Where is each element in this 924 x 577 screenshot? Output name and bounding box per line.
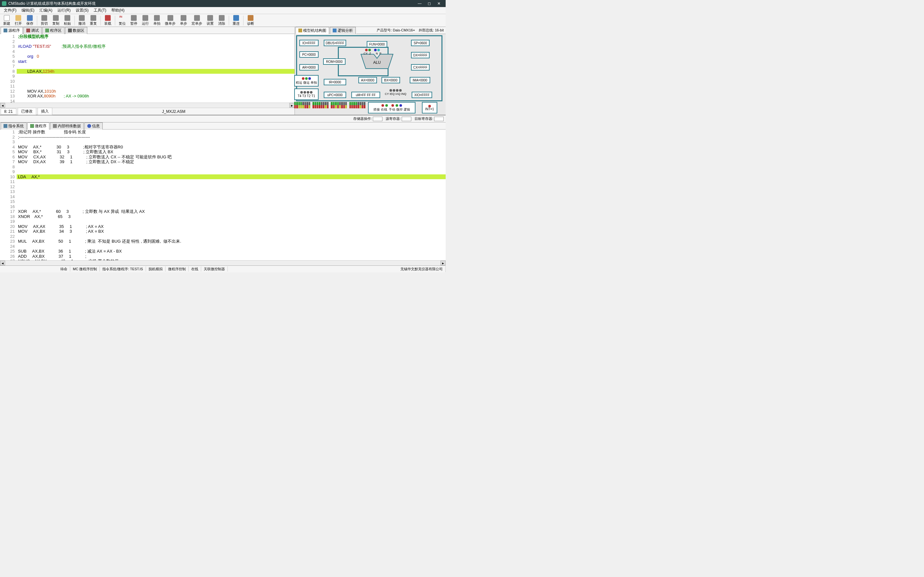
- reconnect-button[interactable]: 重连: [231, 15, 242, 26]
- instruction-system-editor[interactable]: 1234567891011121314151617181920212223242…: [0, 129, 446, 260]
- clear-icon: [219, 15, 225, 21]
- install-button[interactable]: 装载: [102, 15, 113, 26]
- menubar: 文件(F)编辑(E)汇编(A)运行(R)设置(S)工具(T)帮助(H): [0, 7, 446, 14]
- tab-微程序[interactable]: 微程序: [27, 122, 49, 129]
- install-icon: [105, 15, 111, 21]
- menu-文件(F)[interactable]: 文件(F): [1, 7, 19, 14]
- status-指令系统/微程序: TEST.IS: 指令系统/微程序: TEST.IS: [100, 266, 146, 271]
- new-icon: [4, 15, 10, 21]
- app-title: CMStudio 计算机组成原理与体系结构集成开发环境: [8, 1, 95, 6]
- editor-statusbar: 8: 21 已修改 插入 J_MXJ2.ASM: [0, 108, 294, 115]
- data-icon: [68, 29, 72, 32]
- cut-button[interactable]: 剪切: [39, 15, 50, 26]
- fun-register: FUN=0000: [367, 41, 387, 47]
- settings-button[interactable]: 设置: [205, 15, 216, 26]
- reset-icon: IN: [120, 15, 125, 21]
- settings-icon: [207, 15, 213, 21]
- run-icon: [142, 15, 148, 21]
- horizontal-scrollbar[interactable]: ◂ ▸: [0, 103, 294, 108]
- mem-op-field[interactable]: [373, 117, 383, 121]
- open-icon: [15, 15, 21, 21]
- status-待命: 待命: [58, 266, 70, 271]
- tab-源程序[interactable]: 源程序: [1, 27, 23, 34]
- microstep-icon: [168, 15, 173, 21]
- maximize-button[interactable]: ◻: [425, 1, 434, 6]
- lower-scrollbar[interactable]: ◂ ▸: [0, 260, 446, 266]
- diag-button[interactable]: 诊断: [245, 15, 256, 26]
- menu-设置(S)[interactable]: 设置(S): [73, 7, 91, 14]
- scroll-left-icon[interactable]: ◂: [0, 261, 5, 266]
- ar-register: AR=0000: [299, 64, 318, 71]
- menu-帮助(H)[interactable]: 帮助(H): [109, 7, 127, 14]
- flags-cyznp: CY Z N P: [353, 49, 392, 55]
- svg-text:ALU: ALU: [373, 60, 381, 65]
- src-reg-field[interactable]: [402, 117, 411, 121]
- scroll-right-icon[interactable]: ▸: [441, 261, 446, 266]
- run-mode-indicators: 程运 微运 单拍: [294, 75, 318, 87]
- open-button[interactable]: 打开: [13, 15, 24, 26]
- machine-structure-diagram: IO=FFFF DBUS=FFFF FUN=0000 SP=0600 PC=00…: [295, 34, 446, 115]
- tab-调试[interactable]: 调试: [23, 27, 42, 34]
- led-bar: [294, 102, 367, 108]
- clear-button[interactable]: 清除: [216, 15, 227, 26]
- tab-信息[interactable]: 信息: [84, 122, 103, 129]
- menu-汇编(A)[interactable]: 汇编(A): [37, 7, 55, 14]
- scroll-right-icon[interactable]: ▸: [289, 103, 294, 108]
- company-name: 无锡华文默克仪器有限公司: [398, 266, 446, 272]
- micro-icon: [30, 124, 34, 128]
- modified-indicator: 已修改: [18, 108, 36, 115]
- pause-button[interactable]: 暂停: [128, 15, 139, 26]
- copy-button[interactable]: 复制: [50, 15, 61, 26]
- source-editor[interactable]: 123456789101112131415 ;分段模型机程序 #LOAD "TE…: [0, 34, 294, 103]
- tab-逻辑分析[interactable]: 逻辑分析: [330, 27, 356, 34]
- prog-icon: [45, 29, 49, 32]
- menu-编辑(E)[interactable]: 编辑(E): [19, 7, 37, 14]
- reset-button[interactable]: IN复位: [117, 15, 128, 26]
- redo-button[interactable]: 重复: [88, 15, 99, 26]
- cut-icon: [41, 15, 47, 21]
- status-在线: 在线: [189, 266, 201, 271]
- upper-left-tabs: 源程序调试程序区数据区: [0, 27, 294, 34]
- paste-button[interactable]: 粘贴: [62, 15, 73, 26]
- status-关联微控制器: 关联微控制器: [201, 266, 228, 271]
- save-button[interactable]: 保存: [24, 15, 35, 26]
- scroll-left-icon[interactable]: ◂: [0, 103, 5, 108]
- bus-width: 外部总线: 16-bit: [417, 27, 446, 33]
- register-control-bar: 存储器操作: 源寄存器: 目标寄存器:: [0, 115, 446, 122]
- run-button[interactable]: 运行: [140, 15, 151, 26]
- macrostep-icon: [194, 15, 200, 21]
- tab-内部特殊数据[interactable]: 内部特殊数据: [50, 122, 84, 129]
- control-mode-indicators: 搭接 在线 手动 微控 逻辑: [368, 102, 415, 113]
- new-button[interactable]: 新建: [1, 15, 12, 26]
- dst-reg-field[interactable]: [434, 117, 444, 121]
- menu-工具(T)[interactable]: 工具(T): [91, 7, 109, 14]
- src-icon: [3, 29, 7, 32]
- flags-cy-ieq: CY IEQ IAQ INQ: [382, 89, 409, 95]
- microstep-button[interactable]: 微单步: [163, 15, 178, 26]
- macrostep-button[interactable]: 宏单步: [190, 15, 204, 26]
- app-icon: [2, 1, 6, 6]
- tab-指令系统[interactable]: 指令系统: [1, 122, 27, 129]
- tab-程序区[interactable]: 程序区: [42, 27, 65, 34]
- footer-statusbar: 待命MC 微程序控制指令系统/微程序: TEST.IS脱机模拟微程序控制在线关联…: [0, 266, 446, 272]
- undo-button[interactable]: 撤消: [76, 15, 87, 26]
- logic-icon: [333, 29, 336, 32]
- singlestep-button[interactable]: 单步: [178, 15, 189, 26]
- bx-register: BX=0000: [381, 77, 400, 83]
- status-脱机模拟: 脱机模拟: [146, 266, 166, 271]
- dst-reg-label: 目标寄存器:: [415, 116, 433, 121]
- minimize-button[interactable]: —: [415, 1, 425, 6]
- reconnect-icon: [233, 15, 239, 21]
- ima-register: IMA=0000: [410, 77, 430, 83]
- menu-运行(R)[interactable]: 运行(R): [55, 7, 73, 14]
- close-button[interactable]: ✕: [434, 1, 444, 6]
- insert-mode: 插入: [37, 108, 52, 115]
- lower-tabs: 指令系统微程序内部特殊数据信息: [0, 122, 446, 129]
- step-button[interactable]: 单拍: [152, 15, 162, 26]
- src-reg-label: 源寄存器:: [386, 116, 401, 121]
- status-MC 微程序控制: MC 微程序控制: [70, 266, 100, 271]
- redo-icon: [90, 15, 96, 21]
- io-register: IO=FFFF: [299, 40, 318, 46]
- tab-模型机结构图[interactable]: 模型机结构图: [296, 27, 329, 34]
- tab-数据区[interactable]: 数据区: [65, 27, 87, 34]
